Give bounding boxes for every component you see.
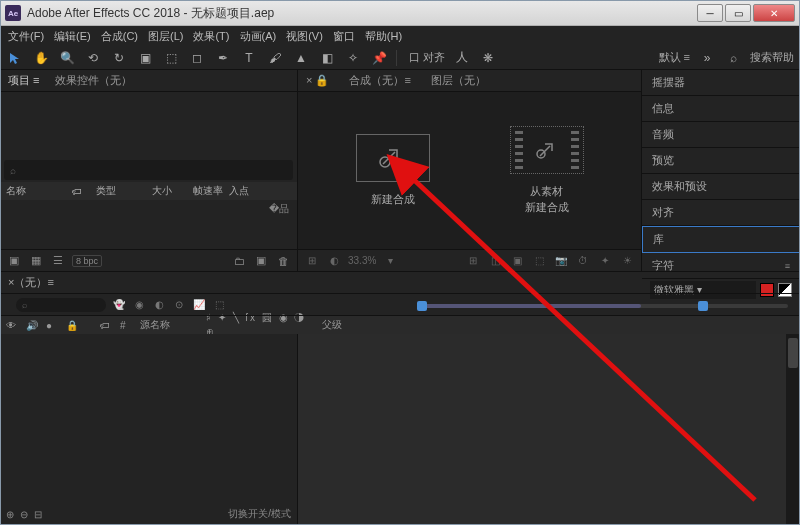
panel-library[interactable]: 库 <box>642 226 800 253</box>
list-view-icon[interactable]: ☰ <box>50 253 66 269</box>
viewer-camera-icon[interactable]: 📷 <box>553 254 569 268</box>
timeline-vertical-scrollbar[interactable] <box>786 334 800 525</box>
new-comp-from-footage-button[interactable]: 从素材 新建合成 <box>510 126 584 215</box>
hand-tool-icon[interactable]: ✋ <box>32 49 50 67</box>
new-folder-icon[interactable]: 🗀 <box>231 253 247 269</box>
minimize-button[interactable]: ─ <box>697 4 723 22</box>
toggle-switches-icon[interactable]: ⊕ <box>6 509 14 520</box>
col-audio-icon[interactable]: 🔊 <box>26 320 40 331</box>
tl-shy-icon[interactable]: 👻 <box>112 298 126 312</box>
folder-view-icon[interactable]: ▦ <box>28 253 44 269</box>
panel-wiggler[interactable]: 摇摆器 <box>642 70 800 96</box>
menu-edit[interactable]: 编辑(E) <box>54 29 91 44</box>
toggle-switches-icon3[interactable]: ⊟ <box>34 509 42 520</box>
menu-window[interactable]: 窗口 <box>333 29 355 44</box>
tl-motion-blur-icon[interactable]: ⊙ <box>172 298 186 312</box>
stamp-tool-icon[interactable]: ▲ <box>292 49 310 67</box>
search-icon[interactable]: ⌕ <box>724 49 742 67</box>
tl-fx-icon[interactable]: ◉ <box>132 298 146 312</box>
col-solo-icon[interactable]: ● <box>46 320 60 331</box>
col-label-icon[interactable]: 🏷 <box>72 186 90 197</box>
col-lock-icon[interactable]: 🔒 <box>66 320 80 331</box>
workspace-chevron-icon[interactable]: » <box>698 49 716 67</box>
workspace-default[interactable]: 默认 ≡ <box>659 50 690 65</box>
selection-tool-icon[interactable] <box>6 49 24 67</box>
viewer-grid-icon[interactable]: ⊞ <box>465 254 481 268</box>
tab-effect-controls[interactable]: 效果控件（无） <box>55 73 132 88</box>
menu-effect[interactable]: 效果(T) <box>193 29 229 44</box>
project-hierarchy-icon[interactable]: �品 <box>0 200 297 218</box>
search-help-field[interactable]: 搜索帮助 <box>750 50 794 65</box>
col-fps[interactable]: 帧速率 <box>193 184 223 198</box>
close-button[interactable]: ✕ <box>753 4 795 22</box>
brush-tool-icon[interactable]: 🖌 <box>266 49 284 67</box>
col-name[interactable]: 名称 <box>6 184 66 198</box>
timeline-zoom-knob-left[interactable] <box>417 301 427 311</box>
menu-view[interactable]: 视图(V) <box>286 29 323 44</box>
col-label-icon[interactable]: 🏷 <box>100 320 114 331</box>
eraser-tool-icon[interactable]: ◧ <box>318 49 336 67</box>
viewer-res-icon[interactable]: ▾ <box>382 254 398 268</box>
panel-align[interactable]: 对齐 <box>642 200 800 226</box>
maximize-button[interactable]: ▭ <box>725 4 751 22</box>
viewer-snapshot-icon[interactable]: ✦ <box>597 254 613 268</box>
menu-animation[interactable]: 动画(A) <box>240 29 277 44</box>
panel-effects-presets[interactable]: 效果和预设 <box>642 174 800 200</box>
snap-options2-icon[interactable]: ❋ <box>479 49 497 67</box>
interpret-footage-icon[interactable]: ▣ <box>6 253 22 269</box>
col-in[interactable]: 入点 <box>229 184 249 198</box>
toggle-switches-modes[interactable]: 切换开关/模式 <box>228 507 291 521</box>
character-menu-icon[interactable]: ≡ <box>785 261 790 271</box>
tl-graph-icon[interactable]: 📈 <box>192 298 206 312</box>
pen-tool-icon[interactable]: ✒ <box>214 49 232 67</box>
col-size[interactable]: 大小 <box>152 184 187 198</box>
text-tool-icon[interactable]: T <box>240 49 258 67</box>
panel-info[interactable]: 信息 <box>642 96 800 122</box>
viewer-zoom[interactable]: 33.3% <box>348 255 376 266</box>
viewer-mask-icon[interactable]: ▣ <box>509 254 525 268</box>
timeline-zoom-slider[interactable] <box>420 304 788 308</box>
rotate-tool-icon[interactable]: ↻ <box>110 49 128 67</box>
tab-composition[interactable]: 合成（无）≡ <box>349 73 410 88</box>
zoom-tool-icon[interactable]: 🔍 <box>58 49 76 67</box>
snap-toggle[interactable]: 口 对齐 <box>409 50 445 65</box>
panel-preview[interactable]: 预览 <box>642 148 800 174</box>
viewer-guides-icon[interactable]: ◫ <box>487 254 503 268</box>
viewer-3d-icon[interactable]: ⬚ <box>531 254 547 268</box>
viewer-time-icon[interactable]: ⏱ <box>575 254 591 268</box>
timeline-track-area[interactable] <box>298 334 800 525</box>
project-search-input[interactable]: ⌕ <box>4 160 293 180</box>
menu-composition[interactable]: 合成(C) <box>101 29 138 44</box>
timeline-scrollbar-thumb[interactable] <box>788 338 798 368</box>
col-visibility-icon[interactable]: 👁 <box>6 320 20 331</box>
col-parent[interactable]: 父级 <box>322 318 342 332</box>
timeline-search-input[interactable]: ⌕ <box>16 298 106 312</box>
roto-tool-icon[interactable]: ✧ <box>344 49 362 67</box>
timeline-tab-none[interactable]: ×（无）≡ <box>8 275 54 290</box>
menu-file[interactable]: 文件(F) <box>8 29 44 44</box>
timeline-zoom-knob-right[interactable] <box>698 301 708 311</box>
tab-layer[interactable]: 图层（无） <box>431 73 486 88</box>
new-comp-icon[interactable]: ▣ <box>253 253 269 269</box>
tl-draft3d-icon[interactable]: ⬚ <box>212 298 226 312</box>
camera-tool-icon[interactable]: ▣ <box>136 49 154 67</box>
comp-lock-icon[interactable]: × 🔒 <box>306 74 329 87</box>
delete-icon[interactable]: 🗑 <box>275 253 291 269</box>
tab-project[interactable]: 项目 ≡ <box>8 73 39 88</box>
panel-audio[interactable]: 音频 <box>642 122 800 148</box>
col-source-name[interactable]: 源名称 <box>140 318 200 332</box>
new-composition-button[interactable]: 新建合成 <box>356 134 430 207</box>
col-type[interactable]: 类型 <box>96 184 146 198</box>
viewer-channel-icon[interactable]: ◐ <box>326 254 342 268</box>
menu-layer[interactable]: 图层(L) <box>148 29 183 44</box>
tl-frame-blend-icon[interactable]: ◐ <box>152 298 166 312</box>
orbit-tool-icon[interactable]: ⟲ <box>84 49 102 67</box>
shape-tool-icon[interactable]: ◻ <box>188 49 206 67</box>
puppet-tool-icon[interactable]: 📌 <box>370 49 388 67</box>
snap-options-icon[interactable]: 人 <box>453 49 471 67</box>
pan-behind-tool-icon[interactable]: ⬚ <box>162 49 180 67</box>
menu-help[interactable]: 帮助(H) <box>365 29 402 44</box>
viewer-exposure-icon[interactable]: ☀ <box>619 254 635 268</box>
color-depth-button[interactable]: 8 bpc <box>72 255 102 267</box>
toggle-switches-icon2[interactable]: ⊖ <box>20 509 28 520</box>
